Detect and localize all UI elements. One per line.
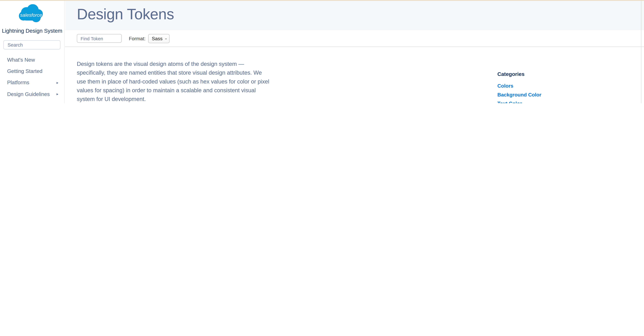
find-token-input[interactable]: [77, 34, 122, 43]
format-select[interactable]: Sass ⌄: [148, 34, 170, 43]
sidebar-item-label: Getting Started: [7, 68, 42, 74]
intro-paragraph: Design tokens are the visual design atom…: [77, 60, 272, 103]
window-top-edge: [0, 0, 644, 1]
scrollbar-track[interactable]: [641, 0, 641, 103]
token-toolbar: Format: Sass ⌄: [65, 30, 644, 47]
format-select-value: Sass: [152, 36, 162, 41]
app-window: salesforce Lightning Design System What'…: [0, 0, 644, 103]
sidebar: salesforce Lightning Design System What'…: [0, 0, 65, 103]
page-header: Design Tokens: [65, 0, 644, 30]
categories-sidebar: Categories Colors Background Color Text …: [498, 71, 582, 103]
sidebar-item-label: What's New: [7, 57, 35, 63]
category-link-text-color[interactable]: Text Color: [498, 99, 582, 103]
sidebar-item-whats-new[interactable]: What's New: [0, 54, 64, 65]
chevron-down-icon: ⌄: [164, 36, 168, 40]
categories-heading: Categories: [498, 71, 582, 77]
format-label: Format:: [129, 36, 146, 41]
sidebar-item-getting-started[interactable]: Getting Started: [0, 65, 64, 77]
chevron-right-icon: ▸: [56, 92, 58, 96]
search-input[interactable]: [3, 40, 60, 49]
brand-title[interactable]: Lightning Design System: [0, 28, 64, 34]
salesforce-logo-text: salesforce: [20, 12, 42, 18]
sidebar-item-label: Design Guidelines: [7, 91, 50, 97]
sidebar-item-kinetics[interactable]: Kinetics ▸: [0, 100, 64, 103]
main-area: Design Tokens Format: Sass ⌄ Design toke…: [65, 0, 644, 103]
salesforce-cloud-icon: salesforce: [18, 4, 44, 25]
category-link-background-color[interactable]: Background Color: [498, 90, 582, 99]
sidebar-item-label: Platforms: [7, 80, 29, 86]
page-title: Design Tokens: [65, 0, 644, 23]
sidebar-item-design-guidelines[interactable]: Design Guidelines ▸: [0, 88, 64, 100]
chevron-right-icon: ▸: [56, 81, 58, 85]
category-link-colors[interactable]: Colors: [498, 82, 582, 90]
sidebar-item-label: Kinetics: [7, 103, 26, 103]
page-content: Design tokens are the visual design atom…: [65, 60, 644, 103]
sidebar-nav: What's New Getting Started Platforms ▸ D…: [0, 54, 64, 103]
categories-links: Colors Background Color Text Color Borde…: [498, 82, 582, 103]
sidebar-item-platforms[interactable]: Platforms ▸: [0, 77, 64, 88]
salesforce-logo[interactable]: salesforce: [18, 4, 44, 25]
